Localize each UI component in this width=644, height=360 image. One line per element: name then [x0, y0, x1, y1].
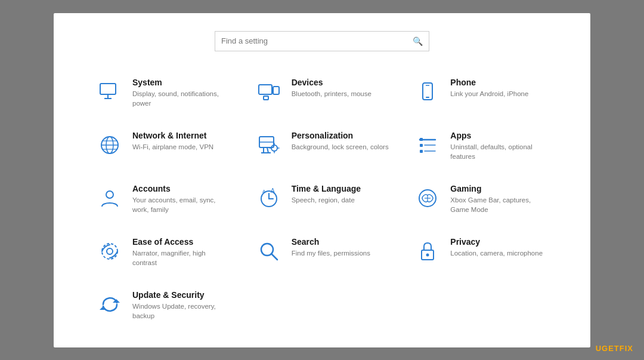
devices-icon	[255, 78, 283, 106]
setting-text-privacy: Privacy Location, camera, microphone	[450, 237, 543, 258]
setting-text-devices: Devices Bluetooth, printers, mouse	[292, 78, 371, 99]
setting-desc-privacy: Location, camera, microphone	[450, 248, 543, 258]
setting-desc-ease: Narrator, magnifier, high contrast	[132, 248, 231, 267]
setting-title-privacy: Privacy	[450, 237, 543, 247]
time-icon: A A	[255, 184, 283, 213]
watermark-prefix: UGET	[596, 344, 620, 353]
setting-title-ease: Ease of Access	[132, 237, 231, 247]
svg-rect-20	[420, 144, 423, 147]
setting-text-accounts: Accounts Your accounts, email, sync, wor…	[132, 184, 231, 214]
setting-text-search: Search Find my files, permissions	[292, 237, 370, 258]
settings-window: 🔍 System Display, sound, notifications, …	[54, 13, 590, 347]
setting-item-gaming[interactable]: Gaming Xbox Game Bar, captures, Game Mod…	[407, 176, 555, 223]
setting-item-privacy[interactable]: Privacy Location, camera, microphone	[407, 229, 555, 276]
setting-text-personalization: Personalization Background, lock screen,…	[292, 131, 389, 152]
setting-desc-apps: Uninstall, defaults, optional features	[450, 142, 549, 161]
svg-rect-5	[264, 96, 268, 100]
ease-icon	[95, 237, 124, 266]
setting-title-apps: Apps	[450, 131, 549, 140]
search-icon	[255, 237, 283, 266]
update-icon	[95, 290, 124, 319]
accounts-icon	[95, 184, 124, 213]
setting-item-time[interactable]: A A Time & Language Speech, region, date	[249, 176, 396, 223]
svg-point-24	[106, 191, 113, 198]
setting-title-update: Update & Security	[132, 290, 231, 300]
search-icon: 🔍	[413, 36, 423, 46]
setting-text-ease: Ease of Access Narrator, magnifier, high…	[132, 237, 231, 267]
setting-title-network: Network & Internet	[132, 131, 213, 140]
search-input[interactable]	[221, 36, 413, 45]
setting-text-phone: Phone Link your Android, iPhone	[450, 78, 528, 99]
setting-desc-search: Find my files, permissions	[292, 248, 370, 258]
svg-rect-18	[420, 138, 423, 141]
setting-desc-system: Display, sound, notifications, power	[132, 89, 231, 108]
setting-item-devices[interactable]: Devices Bluetooth, printers, mouse	[249, 69, 396, 116]
setting-desc-time: Speech, region, date	[292, 195, 361, 205]
network-icon	[95, 131, 124, 159]
setting-text-system: System Display, sound, notifications, po…	[132, 78, 231, 108]
setting-item-personalization[interactable]: Personalization Background, lock screen,…	[249, 122, 396, 170]
setting-title-phone: Phone	[450, 78, 528, 87]
setting-title-gaming: Gaming	[450, 184, 549, 193]
setting-desc-accounts: Your accounts, email, sync, work, family	[132, 195, 231, 214]
setting-item-phone[interactable]: Phone Link your Android, iPhone	[407, 69, 555, 116]
setting-desc-devices: Bluetooth, printers, mouse	[292, 89, 371, 99]
search-bar[interactable]: 🔍	[215, 31, 429, 51]
setting-title-accounts: Accounts	[132, 184, 231, 193]
svg-rect-22	[420, 150, 423, 153]
watermark: UGETFIX	[596, 344, 633, 353]
setting-text-gaming: Gaming Xbox Game Bar, captures, Game Mod…	[450, 184, 549, 214]
setting-title-system: System	[132, 78, 231, 87]
svg-line-36	[271, 254, 277, 260]
personalization-icon	[255, 131, 283, 159]
setting-item-accounts[interactable]: Accounts Your accounts, email, sync, wor…	[89, 176, 237, 223]
settings-grid: System Display, sound, notifications, po…	[89, 69, 555, 330]
setting-item-search[interactable]: Search Find my files, permissions	[249, 229, 396, 276]
setting-item-apps[interactable]: Apps Uninstall, defaults, optional featu…	[407, 122, 555, 170]
setting-text-network: Network & Internet Wi-Fi, airplane mode,…	[132, 131, 213, 152]
setting-desc-phone: Link your Android, iPhone	[450, 89, 528, 99]
setting-desc-network: Wi-Fi, airplane mode, VPN	[132, 142, 213, 152]
setting-item-ease[interactable]: Ease of Access Narrator, magnifier, high…	[89, 229, 237, 276]
setting-desc-update: Windows Update, recovery, backup	[132, 301, 231, 321]
svg-rect-4	[273, 87, 279, 94]
svg-marker-40	[100, 306, 107, 310]
gaming-icon	[413, 184, 442, 213]
setting-text-time: Time & Language Speech, region, date	[292, 184, 361, 205]
svg-point-38	[426, 254, 429, 257]
apps-icon	[413, 131, 442, 159]
svg-point-33	[102, 244, 117, 259]
phone-icon	[413, 78, 442, 106]
privacy-icon	[413, 237, 442, 266]
setting-item-system[interactable]: System Display, sound, notifications, po…	[89, 69, 237, 116]
setting-title-time: Time & Language	[292, 184, 361, 193]
svg-point-34	[107, 248, 113, 254]
svg-rect-3	[259, 85, 272, 94]
setting-item-network[interactable]: Network & Internet Wi-Fi, airplane mode,…	[89, 122, 237, 170]
setting-title-personalization: Personalization	[292, 131, 389, 140]
setting-text-update: Update & Security Windows Update, recove…	[132, 290, 231, 321]
setting-title-devices: Devices	[292, 78, 371, 87]
setting-text-apps: Apps Uninstall, defaults, optional featu…	[450, 131, 549, 161]
svg-text:A: A	[271, 187, 275, 194]
setting-title-search: Search	[292, 237, 370, 247]
system-icon	[95, 78, 124, 106]
setting-item-update[interactable]: Update & Security Windows Update, recove…	[89, 282, 237, 329]
setting-desc-gaming: Xbox Game Bar, captures, Game Mode	[450, 195, 549, 214]
setting-desc-personalization: Background, lock screen, colors	[292, 142, 389, 152]
svg-text:A: A	[262, 189, 266, 194]
svg-rect-0	[100, 84, 116, 94]
watermark-suffix: FIX	[620, 344, 633, 353]
